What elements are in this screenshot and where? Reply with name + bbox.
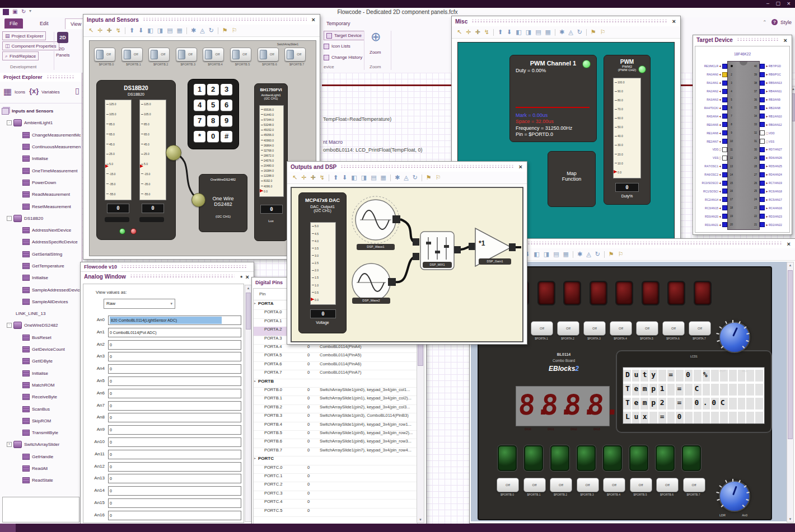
grid-snap-icon[interactable]: ▦ — [563, 251, 569, 257]
simulate-tool-icon[interactable]: ◬ — [568, 29, 573, 35]
close-icon[interactable]: × — [671, 17, 677, 25]
pwm2-scale[interactable]: 100.090.080.070.060.050.040.030.020.010.… — [613, 78, 641, 178]
pin-row[interactable]: PORTB.00SwitchArraySlide1(pin0), keypad_… — [254, 387, 417, 396]
tab-file[interactable]: File — [4, 18, 23, 29]
board-switch[interactable]: Off — [689, 321, 711, 336]
rotate-tool-icon[interactable]: ↯ — [484, 29, 489, 35]
bring-forward-icon[interactable]: ⬆ — [498, 29, 503, 35]
flag-b-icon[interactable]: ⚐ — [232, 27, 237, 34]
expander-icon[interactable]: ▸ — [254, 301, 256, 305]
ldr-knob[interactable] — [716, 478, 751, 512]
board-switch[interactable]: Off — [497, 478, 519, 492]
align-right-icon[interactable]: ◨ — [544, 251, 549, 257]
pin-row[interactable]: PORTA.50ComboBL0114(PinA5) — [254, 352, 417, 361]
align-left-icon[interactable]: ◧ — [147, 27, 153, 34]
pin-row[interactable]: PORTB.70SwitchArraySlide1(pin7), keypad_… — [254, 448, 417, 456]
select-tool-icon[interactable]: ↖ — [88, 27, 93, 34]
scroll-down-icon[interactable]: ▼ — [417, 518, 424, 521]
simulate-tool-icon[interactable]: ◬ — [586, 251, 591, 257]
scroll-up-icon[interactable]: ▲ — [787, 263, 793, 267]
tree-item[interactable]: GetHandle — [1, 451, 81, 463]
scroll-up-icon[interactable]: ▲ — [245, 286, 251, 290]
onewire-block[interactable]: OneWireDS2482 One Wire DS2482 (I2C CH1) — [199, 174, 247, 232]
send-backward-icon[interactable]: ⬇ — [342, 175, 347, 181]
grid-snap-icon[interactable]: ▦ — [381, 175, 386, 181]
keypad-key-1[interactable]: 1 — [194, 84, 205, 95]
tree-item[interactable]: Initialise — [1, 153, 81, 164]
analog-value-field[interactable]: 0 ComboBL0114(Pot ADC) — [108, 328, 241, 337]
slide-switch[interactable]: Off — [230, 48, 251, 62]
keypad-key-5[interactable]: 5 — [207, 100, 219, 111]
rotate-tool-icon[interactable]: ↯ — [116, 27, 121, 34]
dsp-wave2-label[interactable]: DSP_Wave2 — [352, 298, 390, 304]
tree-item[interactable]: +SwitchArraySlider — [1, 439, 81, 450]
send-backward-icon[interactable]: ⬇ — [138, 27, 143, 34]
switch-handle[interactable] — [260, 50, 267, 59]
dsp-mix-label[interactable]: DSP_MIX1 — [423, 262, 452, 268]
scroll-thumb[interactable] — [246, 293, 251, 329]
inputs-titlebar[interactable]: Inputs and Sensors × — [83, 15, 320, 25]
pin-row[interactable]: PORTB.50SwitchArraySlide1(pin5), keypad_… — [254, 430, 417, 439]
slide-switch[interactable]: Off — [203, 48, 224, 62]
tree-item[interactable]: -DS18B20 — [1, 213, 81, 224]
port-group-row[interactable]: ▸PORTC — [254, 456, 417, 464]
select-tool-icon[interactable]: ↖ — [292, 175, 297, 181]
slide-switch[interactable]: Off — [284, 48, 306, 62]
keypad-key-8[interactable]: 8 — [207, 115, 219, 126]
close-button[interactable]: × — [787, 0, 791, 7]
zoom-icon[interactable]: ⊕ — [371, 30, 381, 44]
board-switch[interactable]: Off — [550, 478, 572, 492]
pin-row[interactable]: PORTA.60ComboBL0114(PinA6) — [254, 361, 417, 370]
pot-knob[interactable] — [716, 319, 751, 354]
tab-edit[interactable]: Edit — [35, 18, 54, 29]
tree-item[interactable]: OneTimeMeasurement — [1, 164, 81, 176]
analog-value-field[interactable]: 0 — [108, 364, 241, 374]
flag-a-icon[interactable]: ⚑ — [222, 27, 228, 34]
tree-item[interactable]: ContinuousMeasurement — [1, 141, 81, 153]
toggle-icon-lists[interactable]: Icon Lists — [324, 42, 350, 50]
bring-forward-icon[interactable]: ⬆ — [333, 175, 338, 181]
bh1750-block[interactable]: BH1750FVI AmbientLight1 (I2C CH1) 65536.… — [254, 83, 288, 241]
properties-tool-icon[interactable]: ✱ — [395, 175, 400, 181]
flag-b-icon[interactable]: ⚐ — [600, 29, 606, 35]
tree-item[interactable]: -OneWireDS2482 — [1, 319, 81, 331]
inputs-canvas[interactable]: SwitchArraySlider1 Off$PORTB.0Off$PORTB.… — [89, 40, 316, 256]
tree-item[interactable]: ResetMeasurement — [1, 200, 81, 212]
flag-a-icon[interactable]: ⚑ — [591, 29, 596, 35]
pin-row[interactable]: PORTB.10SwitchArraySlide1(pin1), keypad_… — [254, 396, 417, 404]
project-explorer-button[interactable]: ▤Project Explorer — [2, 31, 46, 40]
tree-item[interactable]: ReadMeasurement — [1, 189, 81, 200]
close-icon[interactable]: × — [786, 240, 792, 248]
outputs-canvas[interactable]: MCP47x6 DAC DAC_Output1 (I2C CH1) 5.04.5… — [291, 187, 523, 342]
port-group-row[interactable]: ▸PORTB — [254, 379, 417, 387]
pin-row[interactable]: PORTB.30SwitchArraySlide1(pin3), ComboBL… — [254, 413, 417, 421]
pin-row[interactable]: PORTC.40 — [254, 499, 417, 507]
undock-icon[interactable]: ● — [238, 274, 245, 279]
tree-item[interactable]: PowerDown — [1, 177, 81, 189]
style-menu[interactable]: Style — [780, 20, 792, 25]
slide-switch[interactable]: Off — [94, 48, 115, 62]
tree-item[interactable]: GetIDByte — [1, 355, 81, 367]
icons-tab-icon[interactable]: ▦ — [3, 86, 12, 97]
undo-icon[interactable]: ↻ — [21, 8, 26, 15]
analog-value-field[interactable]: 0 — [108, 498, 241, 508]
tree-item[interactable]: AddressSpecificDevice — [1, 236, 81, 248]
expander-icon[interactable]: ▸ — [254, 456, 256, 460]
switch-handle[interactable] — [96, 50, 104, 59]
lux-scale[interactable]: 65536.061440.057344.053248.049152.045056… — [259, 105, 284, 197]
board-switch[interactable]: Off — [662, 321, 685, 336]
distribute-icon[interactable]: ▤ — [553, 251, 559, 257]
analog-value-field[interactable]: 0 — [108, 474, 241, 483]
switch-handle[interactable] — [151, 50, 158, 59]
distribute-icon[interactable]: ▤ — [371, 175, 376, 181]
outputs-titlebar[interactable]: Outputs and DSP × — [287, 162, 527, 172]
align-right-icon[interactable]: ◨ — [361, 175, 367, 181]
icons-tab-label[interactable]: Icons — [15, 90, 25, 95]
close-icon[interactable]: × — [245, 273, 250, 281]
ds18b20-device-bar-2[interactable] — [139, 217, 164, 222]
find-replace-button[interactable]: ⌕Find/Replace — [2, 51, 39, 60]
align-left-icon[interactable]: ◧ — [534, 251, 539, 257]
expander-icon[interactable]: ▸ — [254, 379, 256, 383]
flag-b-icon[interactable]: ⚐ — [436, 175, 441, 181]
keypad-key-3[interactable]: 3 — [221, 84, 232, 95]
